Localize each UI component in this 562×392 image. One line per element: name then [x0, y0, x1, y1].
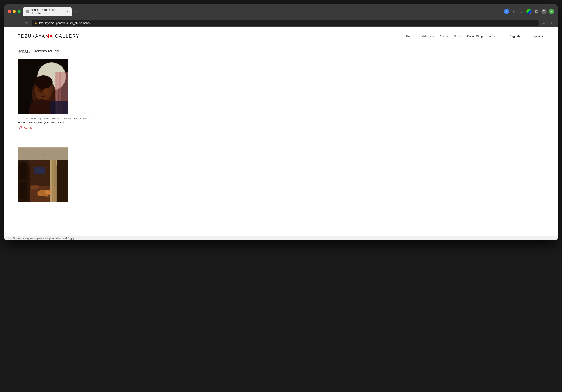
nav-lang-english[interactable]: English [510, 34, 520, 38]
svg-rect-43 [31, 186, 36, 189]
artwork-image-2[interactable] [18, 147, 68, 202]
webpage-content: TEZUKAYAMA GALLERY Home Exhibitions Arti… [4, 27, 558, 240]
svg-rect-15 [18, 147, 68, 148]
artwork-caption-1: Midnight Meeting, 2020, oil on canvas, H… [18, 117, 544, 120]
svg-point-20 [35, 150, 35, 151]
artwork-price-1: PRICE: JPY242,000 (tax included) [18, 121, 544, 124]
nav-artists[interactable]: Artists [440, 34, 448, 38]
svg-rect-33 [35, 167, 45, 174]
lang-divider: | [503, 34, 503, 38]
toolbar-icons: S ⚙ ▽ ⧠ 千 G [504, 9, 554, 14]
puzzle-icon[interactable]: ⧠ [534, 9, 539, 14]
address-bar[interactable]: 🔒 tezukayama-g.com/atsuchi_online-shop/ [32, 20, 539, 26]
svg-rect-36 [53, 160, 54, 202]
artwork-item-2 [18, 147, 544, 214]
maximize-button[interactable] [18, 10, 21, 13]
browser-nav-bar: ← → ↻ 🔒 tezukayama-g.com/atsuchi_online-… [4, 18, 558, 27]
nav-exhibitions[interactable]: Exhibitions [420, 34, 433, 38]
svg-point-23 [61, 155, 62, 157]
svg-point-22 [52, 151, 53, 152]
nav-home[interactable]: Home [406, 34, 414, 38]
svg-rect-37 [57, 160, 68, 202]
forward-button[interactable]: → [16, 20, 21, 26]
price-value: JPY242,000 (tax included) [28, 121, 64, 124]
nav-online-shop[interactable]: Online Shop [467, 34, 483, 38]
site-header: TEZUKAYAMA GALLERY Home Exhibitions Arti… [4, 27, 558, 45]
tab-bar: Atsuchi_Online Shop | TEZUKA × + [23, 7, 501, 16]
site-logo[interactable]: TEZUKAYAMA GALLERY [18, 34, 80, 39]
tab-favicon [26, 10, 29, 13]
search-icon[interactable]: ⌕ [541, 20, 547, 26]
svg-point-44 [35, 185, 39, 189]
svg-rect-25 [19, 162, 27, 180]
url-text: tezukayama-g.com/atsuchi_online-shop/ [39, 21, 90, 24]
nav-action-icons: ⌕ ☆ [541, 20, 554, 26]
artwork-image-1[interactable] [18, 59, 68, 114]
painting-svg-1 [18, 59, 68, 114]
gear-icon[interactable]: ⚙ [512, 9, 517, 14]
svg-point-19 [26, 153, 27, 154]
svg-rect-35 [50, 160, 52, 202]
painting-svg-2 [18, 147, 68, 202]
svg-point-39 [45, 190, 52, 194]
nav-about[interactable]: About [489, 34, 496, 38]
price-label: PRICE: [18, 121, 26, 124]
browser-window: Atsuchi_Online Shop | TEZUKA × + S ⚙ ▽ ⧠… [4, 4, 558, 240]
minimize-button[interactable] [13, 10, 16, 13]
lock-icon: 🔒 [34, 22, 37, 24]
artist-title: 厚地朋子 | Tomoko Atsuchi [18, 49, 544, 54]
close-button[interactable] [8, 10, 11, 13]
nav-news[interactable]: News [454, 34, 461, 38]
traffic-lights [8, 10, 21, 13]
nav-lang-japanese[interactable]: Japanese [532, 34, 544, 38]
site-nav: Home Exhibitions Artists News Online Sho… [406, 34, 544, 38]
back-button[interactable]: ← [8, 20, 13, 26]
svg-rect-26 [19, 182, 27, 199]
svg-point-6 [44, 89, 49, 95]
user-avatar[interactable]: 千 [541, 9, 547, 14]
svg-rect-12 [50, 101, 68, 114]
bookmark-icon[interactable]: ☆ [549, 20, 554, 26]
refresh-button[interactable]: ↻ [24, 20, 29, 26]
new-tab-button[interactable]: + [73, 9, 79, 14]
main-content: 厚地朋子 | Tomoko Atsuchi [4, 45, 558, 236]
browser-title-bar: Atsuchi_Online Shop | TEZUKA × + S ⚙ ▽ ⧠… [4, 4, 558, 18]
svg-point-41 [46, 195, 49, 197]
artwork-inquiry-1[interactable]: お問い合わせ [18, 126, 32, 129]
profile-icon[interactable]: G [549, 9, 554, 14]
svg-point-8 [34, 76, 53, 89]
color-icon [527, 9, 532, 14]
svg-point-21 [43, 154, 45, 155]
svg-point-40 [38, 194, 41, 196]
active-tab[interactable]: Atsuchi_Online Shop | TEZUKA × [23, 7, 71, 16]
status-url: https://tezukayama-g.com/wp-content/uplo… [7, 237, 74, 240]
browser-icon-s: S [504, 9, 509, 14]
tab-title: Atsuchi_Online Shop | TEZUKA [31, 8, 64, 14]
tab-close-icon[interactable]: × [66, 10, 69, 13]
wifi-icon: ▽ [519, 9, 524, 14]
browser-status-bar: https://tezukayama-g.com/wp-content/uplo… [4, 236, 558, 240]
artwork-item-1: Midnight Meeting, 2020, oil on canvas, H… [18, 59, 544, 138]
